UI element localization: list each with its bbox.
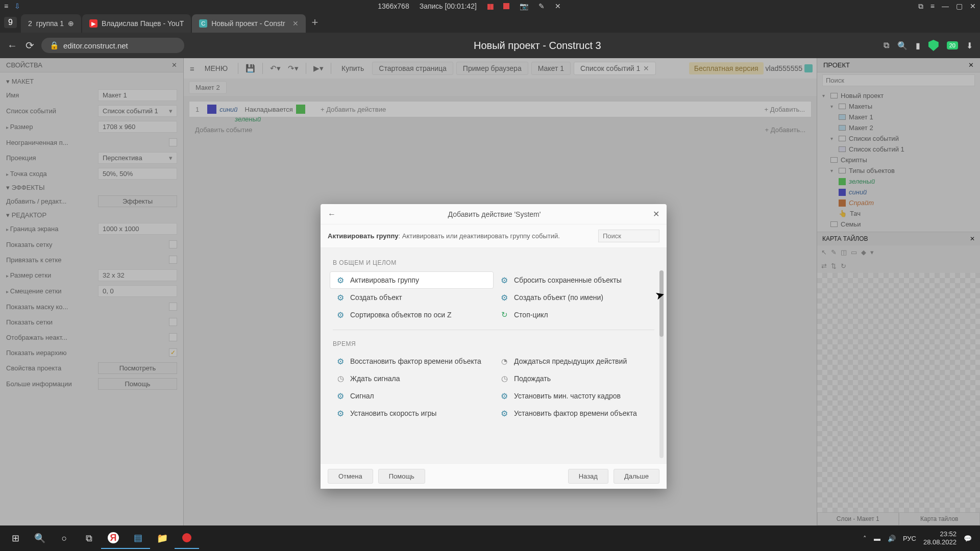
browser-tab-youtube[interactable]: ▶ Владислав Пацев - YouT: [82, 14, 191, 33]
recording-label: Запись [00:01:42]: [420, 2, 477, 10]
back-button[interactable]: Назад: [568, 469, 608, 484]
scroll-thumb[interactable]: [659, 270, 664, 337]
resolution-label: 1366x768: [378, 2, 409, 10]
tab-group[interactable]: 2 группа 1 ⊕: [21, 14, 81, 33]
action-wait[interactable]: Подождать: [494, 370, 657, 387]
recorder-bar: ≡ ⇩ 1366x768 Запись [00:01:42] ▮▮ 📷 ✎ ✕ …: [0, 0, 980, 12]
help-button[interactable]: Помощь: [378, 469, 425, 484]
search-button[interactable]: 🔍: [28, 528, 52, 549]
taskbar-app-folder[interactable]: 📁: [150, 528, 175, 549]
pencil-icon[interactable]: ✎: [538, 2, 545, 10]
cancel-button[interactable]: Отмена: [328, 469, 373, 484]
gear-icon: [336, 391, 345, 400]
url-field[interactable]: 🔒 editor.construct.net: [41, 38, 184, 53]
gear-icon: [336, 357, 345, 366]
dialog-close-icon[interactable]: ✕: [653, 209, 659, 219]
dialog-title: Добавить действие 'System': [336, 210, 653, 218]
taskbar-app-recorder[interactable]: [175, 528, 199, 549]
window-minimize-icon[interactable]: —: [942, 2, 949, 10]
add-action-dialog: ← Добавить действие 'System' ✕ Активиров…: [321, 204, 667, 489]
close-tab-icon[interactable]: ✕: [292, 19, 299, 28]
tray-clock[interactable]: 23:52 28.08.2022: [923, 530, 957, 546]
nav-back-icon[interactable]: ←: [7, 40, 17, 52]
dialog-search-input[interactable]: [598, 230, 659, 242]
wait-icon: [500, 357, 509, 366]
taskview-button[interactable]: ⧉: [77, 528, 101, 549]
action-sort-z[interactable]: Сортировка объектов по оси Z: [330, 306, 494, 323]
gear-icon: [336, 409, 345, 418]
action-restore-timescale[interactable]: Восстановить фактор времени объекта: [330, 353, 494, 370]
action-wait-previous[interactable]: Дождаться предыдущих действий: [494, 353, 657, 370]
loop-icon: [500, 310, 509, 319]
url-text: editor.construct.net: [63, 41, 128, 50]
stop-record-icon[interactable]: [503, 3, 509, 9]
gear-icon: [500, 276, 509, 285]
tab-group-number: 2: [28, 19, 32, 28]
gear-icon: [500, 293, 509, 302]
action-create-by-name[interactable]: Создать объект (по имени): [494, 289, 657, 306]
downloads-icon[interactable]: ⬇: [966, 41, 973, 51]
action-set-object-timescale[interactable]: Установить фактор времени объекта: [494, 405, 657, 422]
tab-group-expand-icon[interactable]: ⊕: [68, 19, 74, 28]
action-signal[interactable]: Сигнал: [330, 387, 494, 405]
pin-icon: ⇩: [14, 2, 20, 10]
action-create-object[interactable]: Создать объект: [330, 289, 494, 306]
cortana-button[interactable]: ○: [52, 528, 77, 549]
window-copy-icon[interactable]: ⧉: [918, 2, 923, 11]
window-maximize-icon[interactable]: ▢: [956, 2, 963, 10]
url-bar: ← ⟳ 🔒 editor.construct.net Новый проект …: [0, 33, 980, 58]
start-button[interactable]: ⊞: [3, 528, 28, 549]
tab-group-label: группа 1: [36, 19, 64, 28]
dialog-description: Активировать группу: Активировать или де…: [328, 232, 593, 240]
shield-count[interactable]: 20: [947, 41, 958, 49]
action-activate-group[interactable]: Активировать группу: [330, 271, 494, 289]
action-wait-signal[interactable]: Ждать сигнала: [330, 370, 494, 387]
action-stop-loop[interactable]: Стоп-цикл: [494, 306, 657, 323]
bookmark-icon[interactable]: ▮: [916, 41, 920, 51]
pause-record-icon[interactable]: ▮▮: [487, 2, 493, 10]
gear-icon: [336, 310, 345, 319]
action-set-min-fps[interactable]: Установить мин. частоту кадров: [494, 387, 657, 405]
action-group-time: ВРЕМЯ: [330, 336, 657, 353]
action-set-game-speed[interactable]: Установить скорость игры: [330, 405, 494, 422]
lock-icon: 🔒: [50, 41, 59, 50]
new-tab-button[interactable]: +: [307, 16, 324, 29]
tab-counter-badge[interactable]: 9: [4, 17, 17, 28]
recorder-close-icon[interactable]: ✕: [555, 2, 561, 10]
camera-icon[interactable]: 📷: [520, 2, 528, 10]
gear-icon: [500, 391, 509, 400]
clock-icon: [336, 374, 345, 383]
taskbar-app-explorer[interactable]: ▤: [126, 528, 150, 549]
clock-icon: [500, 374, 509, 383]
next-button[interactable]: Дальше: [614, 469, 659, 484]
gear-icon: [336, 276, 345, 285]
shield-icon[interactable]: [928, 40, 939, 51]
page-title: Новый проект - Construct 3: [191, 40, 884, 52]
tray-language[interactable]: РУС: [903, 535, 916, 542]
zoom-icon[interactable]: 🔍: [897, 41, 908, 51]
lines-icon: ≡: [4, 2, 8, 10]
dialog-body: В ОБЩЕМ И ЦЕЛОМ Активировать группу Сбро…: [321, 248, 667, 463]
youtube-icon: ▶: [89, 19, 97, 28]
pip-icon[interactable]: ⧉: [884, 41, 889, 50]
tray-network-icon[interactable]: ▬: [874, 535, 880, 542]
browser-tab-strip: 9 2 группа 1 ⊕ ▶ Владислав Пацев - YouT …: [0, 12, 980, 33]
tray-notifications-icon[interactable]: 💬: [964, 535, 972, 542]
tab-label: Владислав Пацев - YouT: [102, 19, 184, 28]
windows-taskbar: ⊞ 🔍 ○ ⧉ Я ▤ 📁 ˄ ▬ 🔊 РУС 23:52 28.08.2022…: [0, 525, 980, 551]
tray-expand-icon[interactable]: ˄: [863, 535, 867, 542]
taskbar-app-yandex[interactable]: Я: [101, 528, 126, 549]
construct-icon: C: [199, 19, 207, 28]
action-reset-persisted[interactable]: Сбросить сохраненные объекты: [494, 271, 657, 289]
window-menu-icon[interactable]: ≡: [930, 2, 935, 10]
browser-tab-construct[interactable]: C Новый проект - Constr ✕: [192, 14, 305, 33]
window-close-icon[interactable]: ✕: [970, 2, 976, 10]
nav-reload-icon[interactable]: ⟳: [26, 39, 34, 52]
gear-icon: [500, 409, 509, 418]
dialog-back-icon[interactable]: ←: [328, 210, 336, 219]
tray-volume-icon[interactable]: 🔊: [888, 535, 896, 542]
gear-icon: [336, 293, 345, 302]
tab-label: Новый проект - Constr: [211, 19, 285, 28]
action-group-general: В ОБЩЕМ И ЦЕЛОМ: [330, 255, 657, 271]
